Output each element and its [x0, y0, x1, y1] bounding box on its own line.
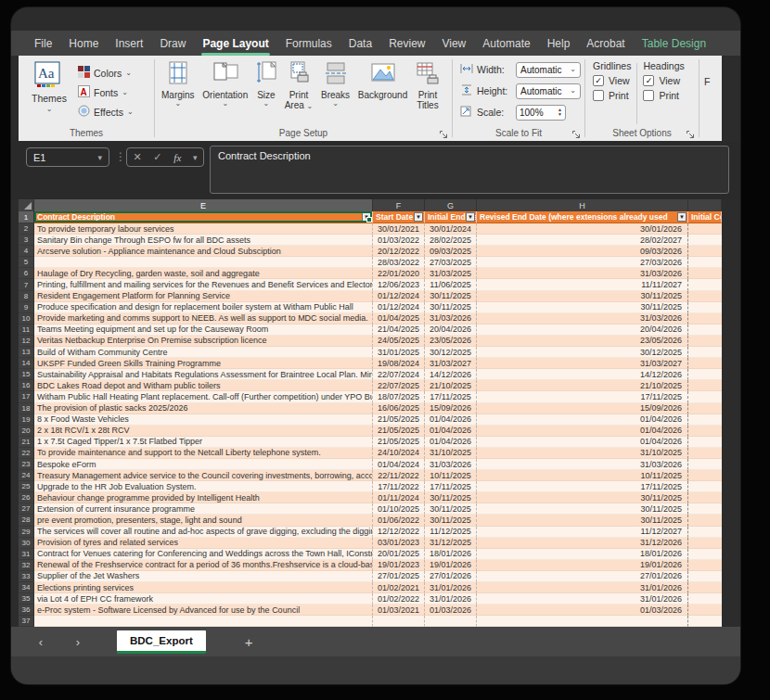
cell-contract-description[interactable]: 8 x Food Waste Vehicles: [34, 414, 373, 426]
cell-clipped[interactable]: [688, 470, 722, 481]
cell-start-date[interactable]: 01/10/2025: [373, 503, 425, 515]
cell-initial-end-date[interactable]: 17/11/2025: [425, 481, 477, 492]
height-dropdown[interactable]: Automatic⌄: [516, 83, 581, 99]
cell-clipped[interactable]: [688, 403, 722, 414]
cell-start-date[interactable]: 01/06/2022: [373, 515, 425, 526]
cell-initial-end-date[interactable]: 30/11/2025: [425, 503, 477, 515]
filter-icon[interactable]: ▼: [414, 212, 423, 222]
sheet-nav-right-icon[interactable]: ›: [71, 635, 85, 649]
row-number[interactable]: 26: [19, 492, 34, 503]
cell-clipped[interactable]: [688, 325, 722, 336]
row-number[interactable]: 35: [19, 593, 34, 605]
gridlines-view-option[interactable]: ✓ View: [593, 75, 631, 86]
cell-revised-end-date[interactable]: 21/10/2025: [477, 380, 688, 391]
cell-clipped[interactable]: [688, 538, 722, 549]
add-sheet-icon[interactable]: +: [245, 634, 253, 650]
cell-revised-end-date[interactable]: 01/04/2026: [477, 426, 688, 437]
cell-start-date[interactable]: 28/03/2022: [373, 257, 425, 268]
cell-contract-description[interactable]: Produce specification and design for rep…: [34, 302, 373, 313]
cell-clipped[interactable]: [688, 336, 722, 347]
row-number[interactable]: 12: [19, 336, 34, 347]
fonts-button[interactable]: A Fonts ⌄: [78, 83, 134, 102]
cell-clipped[interactable]: [688, 380, 722, 391]
scale-to-fit-dialog-launcher-icon[interactable]: [571, 127, 582, 137]
cell-revised-end-date[interactable]: 27/03/2026: [477, 257, 688, 268]
table-header-cell[interactable]: Initial End Date▼: [425, 211, 477, 223]
cell-initial-end-date[interactable]: 21/10/2025: [425, 380, 477, 391]
cell-revised-end-date[interactable]: 31/01/2026: [477, 593, 688, 605]
cell-revised-end-date[interactable]: 31/10/2025: [477, 448, 688, 459]
cell-revised-end-date[interactable]: 27/01/2026: [477, 571, 688, 582]
column-header-clipped[interactable]: [688, 199, 722, 211]
menu-tab-data[interactable]: Data: [340, 31, 380, 56]
cell-revised-end-date[interactable]: 19/01/2026: [477, 560, 688, 571]
column-header-E[interactable]: E: [34, 199, 373, 211]
cell-initial-end-date[interactable]: [425, 616, 477, 627]
cell-initial-end-date[interactable]: 27/03/2025: [425, 257, 477, 268]
cell-revised-end-date[interactable]: 30/11/2025: [477, 492, 688, 503]
cell-contract-description[interactable]: Witham Public Hall Heating Plant replace…: [34, 391, 373, 402]
column-header-H[interactable]: H: [477, 199, 688, 211]
cell-start-date[interactable]: 30/01/2021: [373, 223, 425, 235]
cell-initial-end-date[interactable]: 28/02/2025: [425, 235, 477, 246]
cell-start-date[interactable]: 21/05/2025: [373, 414, 425, 426]
cell-start-date[interactable]: [373, 616, 425, 627]
cell-start-date[interactable]: 01/02/2021: [373, 582, 425, 593]
colors-button[interactable]: Colors ⌄: [78, 63, 134, 83]
cell-contract-description[interactable]: BDC Lakes Road depot and Witham public t…: [34, 380, 373, 391]
cell-revised-end-date[interactable]: 09/03/2026: [477, 246, 688, 257]
cell-start-date[interactable]: 22/07/2025: [373, 380, 425, 391]
sheet-options-dialog-launcher-icon[interactable]: [686, 127, 696, 137]
row-number[interactable]: 16: [19, 380, 34, 391]
cell-contract-description[interactable]: To provide maintenance and support to th…: [34, 448, 373, 459]
row-number[interactable]: 25: [19, 481, 34, 492]
effects-button[interactable]: Effects ⌄: [78, 102, 134, 121]
cell-clipped[interactable]: [688, 437, 722, 448]
cell-revised-end-date[interactable]: 11/12/2027: [477, 527, 688, 538]
column-header-G[interactable]: G: [425, 199, 477, 211]
cell-contract-description[interactable]: Contract for Venues catering for Confere…: [34, 549, 373, 560]
cell-contract-description[interactable]: [34, 616, 373, 627]
cell-initial-end-date[interactable]: 31/03/2027: [425, 358, 477, 369]
cell-revised-end-date[interactable]: 11/11/2027: [477, 279, 688, 290]
row-number[interactable]: 17: [19, 391, 34, 402]
cell-clipped[interactable]: [688, 616, 722, 627]
cell-start-date[interactable]: 17/11/2022: [373, 481, 425, 492]
row-number[interactable]: 5: [19, 257, 34, 268]
row-number[interactable]: 6: [19, 268, 34, 279]
menu-tab-page-layout[interactable]: Page Layout: [194, 31, 276, 56]
row-number[interactable]: 15: [19, 369, 34, 380]
cell-start-date[interactable]: 19/08/2024: [373, 358, 425, 369]
row-number[interactable]: 30: [19, 538, 34, 549]
cell-clipped[interactable]: [688, 257, 722, 268]
cell-initial-end-date[interactable]: 27/01/2026: [425, 571, 477, 582]
cell-contract-description[interactable]: Elections printing services: [34, 582, 373, 593]
page-setup-dialog-launcher-icon[interactable]: [439, 127, 449, 137]
cell-revised-end-date[interactable]: 17/11/2025: [477, 391, 688, 402]
cell-clipped[interactable]: [688, 481, 722, 492]
cell-contract-description[interactable]: Teams Meeting equipment and set up for t…: [34, 325, 373, 336]
row-number[interactable]: 2: [19, 223, 34, 235]
row-number[interactable]: 32: [19, 560, 34, 571]
menu-tab-home[interactable]: Home: [60, 31, 107, 56]
headings-view-option[interactable]: ✓ View: [643, 75, 684, 86]
cell-revised-end-date[interactable]: 31/03/2026: [477, 313, 688, 325]
insert-function-icon[interactable]: fx: [173, 152, 181, 163]
row-number[interactable]: 22: [19, 448, 34, 459]
cell-clipped[interactable]: [688, 369, 722, 380]
row-number[interactable]: 19: [19, 414, 34, 426]
cell-initial-end-date[interactable]: 10/11/2025: [425, 470, 477, 481]
cell-clipped[interactable]: [688, 313, 722, 325]
cell-initial-end-date[interactable]: 11/12/2025: [425, 527, 477, 538]
cell-clipped[interactable]: [688, 426, 722, 437]
cell-initial-end-date[interactable]: 30/11/2025: [425, 302, 477, 313]
cell-initial-end-date[interactable]: 30/11/2025: [425, 291, 477, 302]
cell-start-date[interactable]: 27/01/2025: [373, 571, 425, 582]
cell-clipped[interactable]: [688, 414, 722, 426]
cell-revised-end-date[interactable]: 30/11/2025: [477, 291, 688, 302]
cell-initial-end-date[interactable]: 23/05/2026: [425, 336, 477, 347]
cell-start-date[interactable]: 18/07/2025: [373, 391, 425, 402]
cell-revised-end-date[interactable]: 10/11/2025: [477, 470, 688, 481]
table-header-cell[interactable]: Start Date▼: [373, 211, 425, 223]
enter-check-icon[interactable]: ✓: [153, 151, 161, 163]
